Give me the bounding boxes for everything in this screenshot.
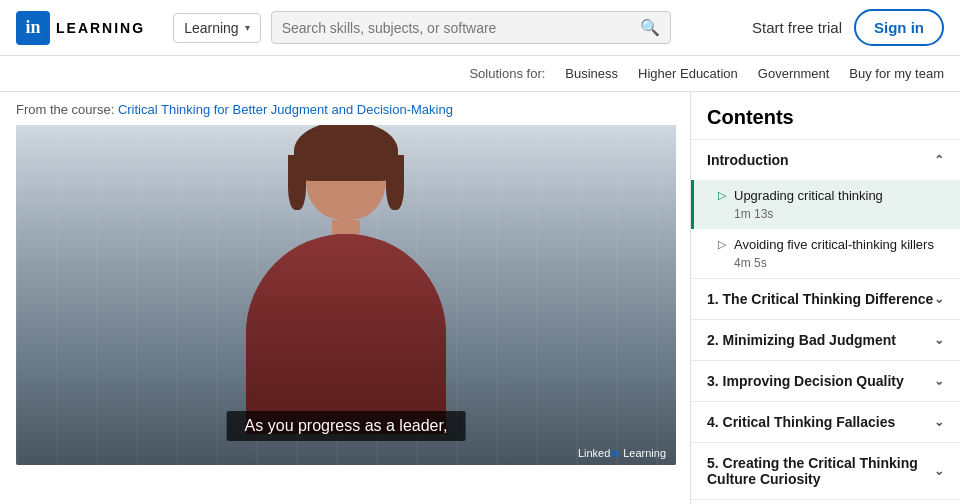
lesson-avoiding-killers[interactable]: ▷ Avoiding five critical-thinking killer… [691, 229, 960, 278]
section-5-label: 5. Creating the Critical Thinking Cultur… [707, 455, 934, 487]
person-body [246, 234, 446, 434]
lesson-info: Upgrading critical thinking 1m 13s [734, 188, 883, 221]
section-4-header[interactable]: 4. Critical Thinking Fallacies ⌄ [691, 402, 960, 442]
person-figure [246, 135, 446, 434]
lesson-title: Avoiding five critical-thinking killers [734, 237, 934, 254]
section-3-label: 3. Improving Decision Quality [707, 373, 904, 389]
subnav-buy-for-team[interactable]: Buy for my team [849, 66, 944, 81]
start-free-trial-link[interactable]: Start free trial [752, 19, 842, 36]
section-4-label: 4. Critical Thinking Fallacies [707, 414, 895, 430]
header: in LEARNING Learning ▾ 🔍 Start free tria… [0, 0, 960, 56]
search-input[interactable] [282, 20, 640, 36]
solutions-label: Solutions for: [469, 66, 545, 81]
learning-brand-text: LEARNING [56, 20, 145, 36]
chevron-up-icon: ⌃ [934, 153, 944, 167]
play-icon: ▷ [718, 189, 726, 202]
chevron-down-icon: ⌄ [934, 415, 944, 429]
left-panel: From the course: Critical Thinking for B… [0, 92, 690, 504]
intro-lessons: ▷ Upgrading critical thinking 1m 13s ▷ A… [691, 180, 960, 278]
section-3-header[interactable]: 3. Improving Decision Quality ⌄ [691, 361, 960, 401]
section-4: 4. Critical Thinking Fallacies ⌄ [691, 402, 960, 443]
section-3: 3. Improving Decision Quality ⌄ [691, 361, 960, 402]
breadcrumb-course-link[interactable]: Critical Thinking for Better Judgment an… [118, 102, 453, 117]
lesson-duration: 1m 13s [734, 207, 883, 221]
section-2-label: 2. Minimizing Bad Judgment [707, 332, 896, 348]
contents-panel: Contents Introduction ⌃ ▷ Upgrading crit… [690, 92, 960, 504]
breadcrumb: From the course: Critical Thinking for B… [16, 102, 674, 117]
sign-in-button[interactable]: Sign in [854, 9, 944, 46]
section-2-header[interactable]: 2. Minimizing Bad Judgment ⌄ [691, 320, 960, 360]
header-right: Start free trial Sign in [752, 9, 944, 46]
linkedin-logo[interactable]: in LEARNING [16, 11, 145, 45]
section-5: 5. Creating the Critical Thinking Cultur… [691, 443, 960, 500]
chevron-down-icon: ⌄ [934, 374, 944, 388]
person-hair-right [386, 155, 404, 210]
lesson-upgrading-critical-thinking[interactable]: ▷ Upgrading critical thinking 1m 13s [691, 180, 960, 229]
section-introduction-label: Introduction [707, 152, 789, 168]
video-player[interactable]: As you progress as a leader, Linkedin Le… [16, 125, 676, 465]
person-head [306, 135, 386, 220]
section-5-header[interactable]: 5. Creating the Critical Thinking Cultur… [691, 443, 960, 499]
chevron-down-icon: ⌄ [934, 333, 944, 347]
person-hair-left [288, 155, 306, 210]
search-button[interactable]: 🔍 [640, 18, 660, 37]
chevron-down-icon: ⌄ [934, 292, 944, 306]
subnav-government[interactable]: Government [758, 66, 830, 81]
subnav-higher-education[interactable]: Higher Education [638, 66, 738, 81]
play-icon: ▷ [718, 238, 726, 251]
search-bar: 🔍 [271, 11, 671, 44]
section-1: 1. The Critical Thinking Difference ⌄ [691, 279, 960, 320]
lesson-duration: 4m 5s [734, 256, 934, 270]
section-introduction-header[interactable]: Introduction ⌃ [691, 140, 960, 180]
lesson-info: Avoiding five critical-thinking killers … [734, 237, 934, 270]
section-1-header[interactable]: 1. The Critical Thinking Difference ⌄ [691, 279, 960, 319]
chevron-down-icon: ▾ [245, 22, 250, 33]
person-hair-top [294, 125, 398, 181]
person-body-gradient [246, 234, 446, 434]
linkedin-icon: in [16, 11, 50, 45]
section-1-label: 1. The Critical Thinking Difference [707, 291, 933, 307]
solutions-subnav: Solutions for: Business Higher Education… [0, 56, 960, 92]
section-introduction: Introduction ⌃ ▷ Upgrading critical thin… [691, 140, 960, 279]
lesson-title: Upgrading critical thinking [734, 188, 883, 205]
contents-title: Contents [691, 92, 960, 140]
learning-nav-dropdown[interactable]: Learning ▾ [173, 13, 261, 43]
video-watermark: Linkedin Learning [578, 447, 666, 459]
main-content: From the course: Critical Thinking for B… [0, 92, 960, 504]
video-subtitle: As you progress as a leader, [227, 411, 466, 441]
breadcrumb-prefix: From the course: [16, 102, 114, 117]
subnav-business[interactable]: Business [565, 66, 618, 81]
chevron-down-icon: ⌄ [934, 464, 944, 478]
section-2: 2. Minimizing Bad Judgment ⌄ [691, 320, 960, 361]
